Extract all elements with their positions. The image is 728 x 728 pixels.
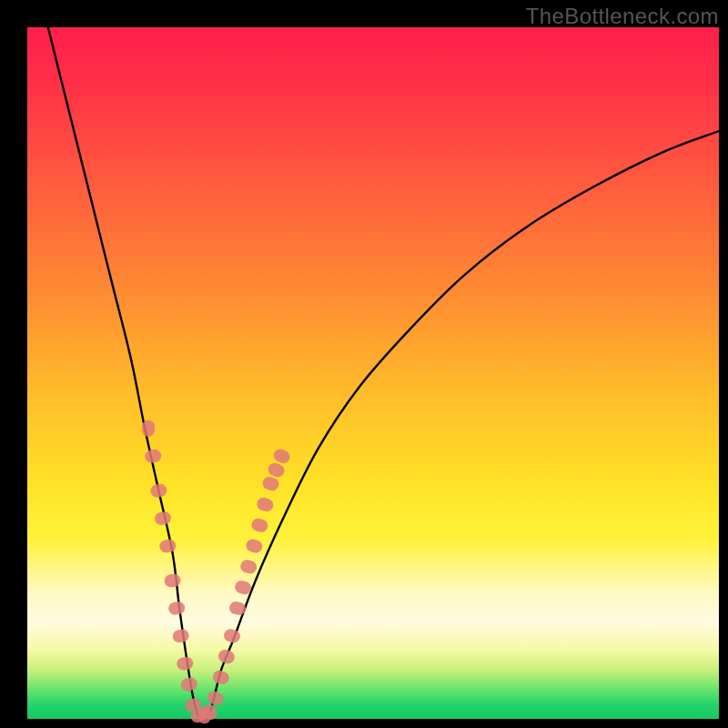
sample-marker [158,539,177,554]
sample-markers-group [142,420,292,725]
sample-marker [211,669,230,685]
sample-marker [223,628,242,644]
watermark-text: TheBottleneck.com [526,4,719,29]
sample-marker [142,420,155,437]
chart-frame: TheBottleneck.com [0,0,728,728]
sample-marker [256,496,275,512]
sample-marker [176,656,194,672]
sample-marker [217,649,236,665]
sample-marker [250,517,269,533]
sample-marker [164,573,182,588]
sample-marker [167,601,186,616]
plot-svg [27,27,719,719]
sample-marker [267,461,287,480]
plot-background-gradient [27,27,719,719]
sample-marker [149,483,167,499]
sample-marker [180,676,198,692]
sample-marker [144,449,162,464]
bottleneck-curve [48,27,719,722]
sample-marker [272,447,292,465]
sample-marker [154,511,172,526]
sample-marker [245,538,264,554]
sample-marker [261,476,280,492]
sample-marker [172,629,190,644]
sample-marker [239,559,258,575]
